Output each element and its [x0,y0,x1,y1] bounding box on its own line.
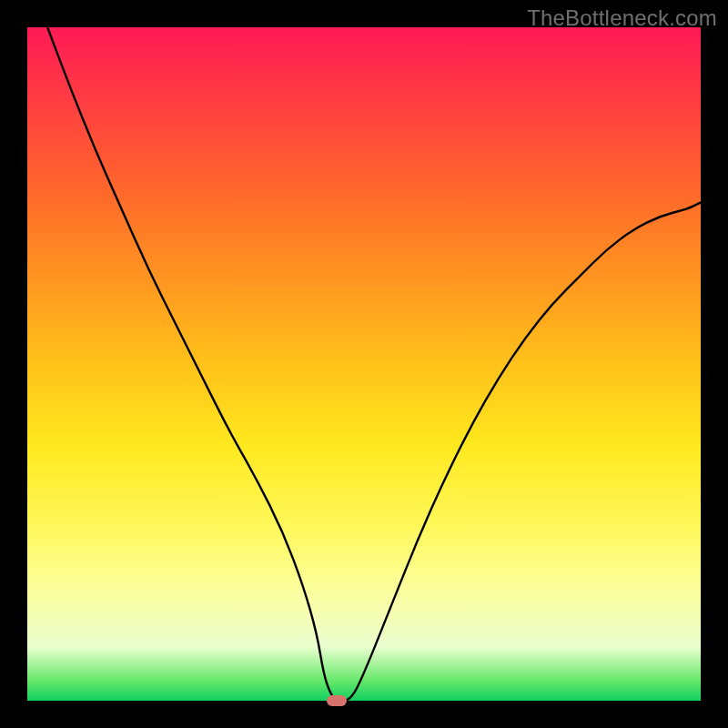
chart-frame: TheBottleneck.com [0,0,728,728]
optimal-point-marker [327,695,347,706]
plot-area [27,27,701,701]
bottleneck-curve [27,27,701,701]
